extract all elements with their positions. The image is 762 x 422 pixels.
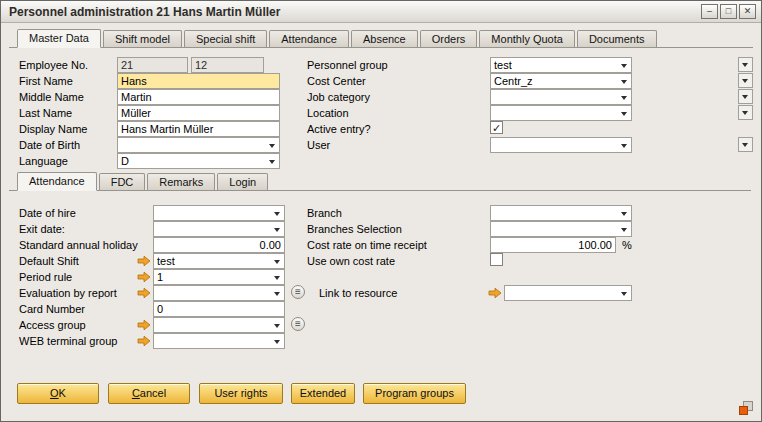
personnel-group-combo[interactable]: test — [490, 57, 632, 73]
exit-date-combo[interactable] — [153, 221, 285, 237]
chevron-down-icon — [274, 324, 280, 328]
cost-center-side-combo-arrow[interactable] — [738, 73, 753, 88]
tab-attendance[interactable]: Attendance — [269, 30, 349, 47]
default-shift-combo[interactable]: test — [153, 253, 285, 269]
period-rule-combo[interactable]: 1 — [153, 269, 285, 285]
program-groups-button[interactable]: Program groups — [363, 383, 466, 404]
subtab-login[interactable]: Login — [217, 173, 268, 190]
tab-shift-model[interactable]: Shift model — [103, 30, 182, 47]
user-rights-button[interactable]: User rights — [199, 383, 283, 404]
tab-master-data[interactable]: Master Data — [17, 29, 101, 48]
card-number-input[interactable] — [153, 301, 285, 317]
use-own-cost-rate-checkbox[interactable] — [490, 253, 503, 266]
date-of-hire-combo[interactable] — [153, 205, 285, 221]
cost-center-label: Cost Center — [307, 74, 366, 88]
link-to-resource-combo[interactable] — [504, 285, 632, 301]
evaluation-by-report-combo[interactable] — [153, 285, 285, 301]
chevron-down-icon — [742, 143, 748, 147]
date-of-birth-combo[interactable] — [117, 137, 280, 153]
location-side-combo-arrow[interactable] — [738, 105, 753, 120]
cost-rate-input[interactable] — [490, 237, 616, 253]
branches-selection-combo[interactable] — [490, 221, 632, 237]
tab-documents[interactable]: Documents — [577, 30, 657, 47]
close-button[interactable]: ✕ — [739, 4, 756, 19]
branch-combo[interactable] — [490, 205, 632, 221]
chevron-down-icon — [621, 212, 627, 216]
access-group-menu-button[interactable]: ≡ — [291, 317, 305, 331]
location-label: Location — [307, 106, 349, 120]
resize-grip-icon[interactable] — [739, 401, 753, 415]
language-combo[interactable]: D — [117, 153, 280, 169]
middle-name-input[interactable] — [117, 89, 280, 105]
personnel-group-side-combo-arrow[interactable] — [738, 57, 753, 72]
employee-no-field-1[interactable] — [117, 57, 188, 73]
location-combo[interactable] — [490, 105, 632, 121]
access-group-combo[interactable] — [153, 317, 285, 333]
cost-center-value: Centr_z — [494, 75, 533, 87]
chevron-down-icon — [621, 80, 627, 84]
main-tab-strip: Master Data Shift model Special shift At… — [9, 28, 753, 48]
ok-button[interactable]: OK — [17, 383, 99, 404]
link-arrow-icon[interactable] — [137, 287, 151, 299]
subtab-fdc[interactable]: FDC — [99, 173, 146, 190]
display-name-label: Display Name — [19, 122, 87, 136]
sub-tab-strip: Attendance FDC Remarks Login — [9, 172, 751, 191]
first-name-input[interactable] — [117, 73, 280, 89]
chevron-down-icon — [621, 64, 627, 68]
active-entry-checkbox[interactable]: ✓ — [490, 121, 503, 134]
chevron-down-icon — [621, 96, 627, 100]
evaluation-by-report-label: Evaluation by report — [19, 286, 117, 300]
user-side-combo-arrow[interactable] — [738, 137, 753, 152]
job-category-combo[interactable] — [490, 89, 632, 105]
branch-label: Branch — [307, 206, 342, 220]
tab-special-shift[interactable]: Special shift — [184, 30, 267, 47]
chevron-down-icon — [621, 292, 627, 296]
default-shift-label: Default Shift — [19, 254, 79, 268]
minimize-button[interactable]: ‒ — [701, 4, 718, 19]
chevron-down-icon — [274, 212, 280, 216]
last-name-input[interactable] — [117, 105, 280, 121]
link-arrow-icon[interactable] — [488, 287, 502, 299]
user-combo[interactable] — [490, 137, 632, 153]
web-terminal-group-combo[interactable] — [153, 333, 285, 349]
tab-orders[interactable]: Orders — [420, 30, 478, 47]
link-arrow-icon[interactable] — [137, 335, 151, 347]
chevron-down-icon — [274, 340, 280, 344]
title-bar[interactable]: Personnel administration 21 Hans Martin … — [1, 1, 761, 23]
chevron-down-icon — [621, 144, 627, 148]
tab-absence[interactable]: Absence — [351, 30, 418, 47]
link-arrow-icon[interactable] — [137, 271, 151, 283]
middle-name-label: Middle Name — [19, 90, 84, 104]
link-to-resource-label: Link to resource — [319, 286, 397, 300]
personnel-group-label: Personnel group — [307, 58, 388, 72]
subtab-attendance[interactable]: Attendance — [17, 172, 97, 191]
link-arrow-icon[interactable] — [137, 255, 151, 267]
cost-center-combo[interactable]: Centr_z — [490, 73, 632, 89]
window-title: Personnel administration 21 Hans Martin … — [9, 5, 280, 19]
display-name-input[interactable] — [117, 121, 280, 137]
chevron-down-icon — [274, 260, 280, 264]
menu-lines-icon: ≡ — [295, 318, 301, 329]
chevron-down-icon — [269, 160, 275, 164]
job-category-side-combo-arrow[interactable] — [738, 89, 753, 104]
cost-rate-unit: % — [622, 238, 632, 252]
active-entry-label: Active entry? — [307, 122, 371, 136]
chevron-down-icon — [269, 144, 275, 148]
employee-no-field-2[interactable] — [191, 57, 264, 73]
link-arrow-icon[interactable] — [137, 319, 151, 331]
card-number-label: Card Number — [19, 302, 85, 316]
use-own-cost-rate-label: Use own cost rate — [307, 254, 395, 268]
extended-button[interactable]: Extended — [291, 383, 355, 404]
language-value: D — [121, 155, 129, 167]
chevron-down-icon — [742, 63, 748, 67]
period-rule-label: Period rule — [19, 270, 72, 284]
standard-annual-holiday-input[interactable] — [153, 237, 285, 253]
cancel-button[interactable]: Cancel — [108, 383, 190, 404]
language-label: Language — [19, 154, 68, 168]
tab-monthly-quota[interactable]: Monthly Quota — [479, 30, 575, 47]
access-group-label: Access group — [19, 318, 86, 332]
evaluation-by-report-menu-button[interactable]: ≡ — [291, 285, 305, 299]
maximize-button[interactable]: □ — [720, 4, 737, 19]
chevron-down-icon — [742, 111, 748, 115]
subtab-remarks[interactable]: Remarks — [147, 173, 215, 190]
